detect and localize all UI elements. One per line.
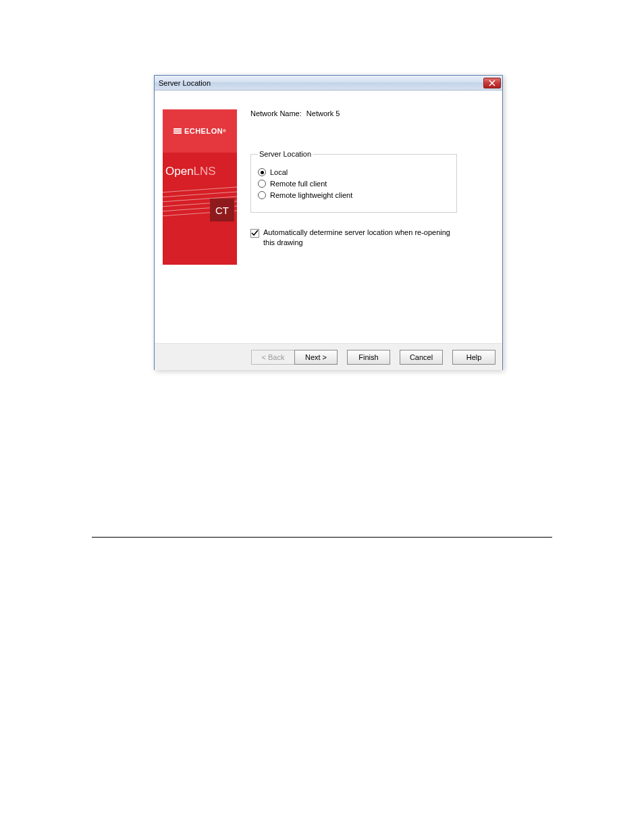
ct-box: CT [210,199,234,221]
radio-icon [258,191,266,199]
echelon-text: ECHELON [184,127,223,135]
radio-label: Remote lightweight client [270,191,352,199]
openlns-block: OpenLNS CT [163,153,237,265]
radio-remote-lightweight[interactable]: Remote lightweight client [258,191,450,199]
checkbox-icon [250,229,259,238]
radio-label: Local [270,168,288,176]
cancel-button[interactable]: Cancel [400,350,443,365]
radio-local[interactable]: Local [258,168,450,176]
echelon-logo: ECHELON® [163,109,237,153]
openlns-text: OpenLNS [165,165,216,178]
radio-icon [258,168,266,176]
titlebar: Server Location [155,76,502,90]
auto-determine-checkbox[interactable]: Automatically determine server location … [250,228,464,248]
radio-remote-full[interactable]: Remote full client [258,180,450,188]
dialog-title: Server Location [159,79,211,87]
dialog-body: ECHELON® OpenLNS CT Network Name: Networ… [155,90,502,343]
server-location-dialog: Server Location ECHELON® OpenLNS [154,75,503,370]
brand-sidebar: ECHELON® OpenLNS CT [163,109,237,265]
button-bar: < Back Next > Finish Cancel Help [155,343,502,370]
finish-button[interactable]: Finish [347,350,390,365]
footer-rule [92,537,552,538]
close-icon [489,80,495,86]
server-location-legend: Server Location [258,150,313,158]
echelon-stripes-icon [173,128,182,134]
network-name-value: Network 5 [306,109,340,118]
radio-label: Remote full client [270,180,327,188]
network-name-row: Network Name: Network 5 [250,109,489,118]
checkbox-label: Automatically determine server location … [263,228,464,248]
radio-icon [258,180,266,188]
back-button: < Back [251,350,294,365]
network-name-label: Network Name: [250,109,302,118]
help-button[interactable]: Help [452,350,495,365]
close-button[interactable] [483,78,501,88]
next-button[interactable]: Next > [294,350,338,365]
content-area: Network Name: Network 5 Server Location … [237,90,502,343]
server-location-group: Server Location Local Remote full client… [250,150,457,213]
